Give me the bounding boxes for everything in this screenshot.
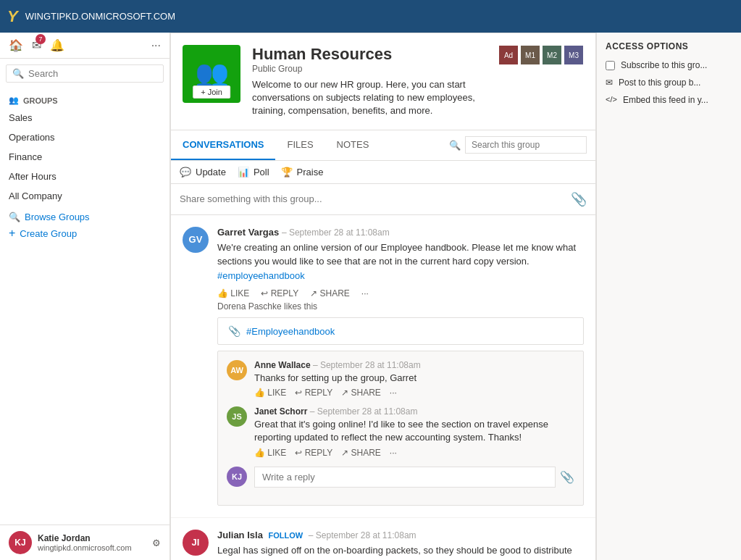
- post2-author: Julian Isla: [217, 530, 263, 540]
- reply-like[interactable]: 👍 LIKE: [254, 448, 286, 458]
- share-button[interactable]: ↗ SHARE: [310, 288, 350, 298]
- write-reply-row: KJ 📎: [227, 467, 574, 488]
- member-avatar-1: M1: [520, 45, 540, 65]
- access-title: ACCESS OPTIONS: [606, 41, 732, 51]
- reply-more[interactable]: ···: [390, 388, 397, 398]
- search-container: 🔍: [0, 59, 169, 88]
- reply-item: JS Janet Schorr – September 28 at 11:08a…: [227, 406, 574, 457]
- tab-notes[interactable]: NOTES: [325, 130, 381, 160]
- reply-body: Anne Wallace – September 28 at 11:08am T…: [254, 360, 574, 398]
- update-action[interactable]: 💬 Update: [180, 167, 226, 177]
- post2-text: Legal has signed off on the on-boarding …: [217, 543, 584, 560]
- share-input[interactable]: [180, 193, 571, 204]
- attach-icon[interactable]: 📎: [571, 191, 587, 207]
- post-header: Garret Vargas – September 28 at 11:08am: [217, 227, 584, 238]
- search-input[interactable]: [28, 68, 157, 79]
- write-reply-attach-icon[interactable]: 📎: [560, 470, 574, 484]
- reply-button[interactable]: ↩ REPLY: [261, 288, 298, 298]
- reply-header: Janet Schorr – September 28 at 11:08am: [254, 406, 574, 417]
- hashtag-label[interactable]: #Employeehandbook: [246, 326, 335, 337]
- praise-icon: 🏆: [281, 167, 293, 177]
- reply-reply[interactable]: ↩ REPLY: [295, 448, 332, 458]
- like-button[interactable]: 👍 LIKE: [217, 288, 249, 298]
- reply-header: Anne Wallace – September 28 at 11:08am: [254, 360, 574, 370]
- reply-time: – September 28 at 11:08am: [310, 406, 418, 417]
- sidebar-item-all-company[interactable]: All Company: [0, 186, 169, 206]
- group-info: Human Resources Public Group Welcome to …: [252, 45, 487, 118]
- reply-share[interactable]: ↗ SHARE: [341, 388, 381, 398]
- create-group-link[interactable]: + Create Group: [9, 227, 161, 240]
- mail-option-icon: ✉: [606, 78, 613, 88]
- embed-label: Embed this feed in y...: [623, 95, 708, 105]
- sidebar-user: KJ Katie Jordan wingtipkd.onmicrosoft.co…: [0, 525, 169, 560]
- sidebar-icon-row: 🏠 ✉ 7 🔔 ···: [0, 33, 169, 59]
- tab-search: 🔍: [440, 130, 595, 159]
- domain-label: WINGTIPKD.ONMICROSOFT.COM: [25, 11, 175, 22]
- post-time: – September 28 at 11:08am: [282, 227, 390, 238]
- sidebar-item-operations[interactable]: Operations: [0, 128, 169, 147]
- posts-area: GV Garret Vargas – September 28 at 11:08…: [170, 215, 596, 560]
- search-icon: 🔍: [12, 68, 24, 79]
- join-button[interactable]: + Join: [193, 85, 230, 99]
- topbar: Y WINGTIPKD.ONMICROSOFT.COM: [0, 0, 741, 33]
- member-avatar-2: M2: [542, 45, 562, 65]
- reply-avatar-write: KJ: [227, 467, 247, 487]
- group-name: Human Resources: [252, 45, 487, 64]
- post-item: GV Garret Vargas – September 28 at 11:08…: [171, 215, 595, 518]
- post-avatar-julian: JI: [183, 530, 209, 556]
- search-box: 🔍: [6, 64, 164, 83]
- poll-action[interactable]: 📊 Poll: [238, 167, 269, 177]
- post-avatar-garret: GV: [183, 227, 209, 253]
- access-subscribe: Subscribe to this gro...: [606, 60, 732, 70]
- sidebar-item-finance[interactable]: Finance: [0, 147, 169, 167]
- post2-header: Julian Isla FOLLOW – September 28 at 11:…: [217, 530, 584, 540]
- user-domain: wingtipkd.onmicrosoft.com: [38, 543, 146, 552]
- sidebar-item-sales[interactable]: Sales: [0, 108, 169, 128]
- post-item-julian: JI Julian Isla FOLLOW – September 28 at …: [171, 518, 595, 560]
- reply-item: AW Anne Wallace – September 28 at 11:08a…: [227, 360, 574, 398]
- follow-button[interactable]: FOLLOW: [269, 531, 303, 540]
- reply-body: Janet Schorr – September 28 at 11:08am G…: [254, 406, 574, 457]
- post-actions: 💬 Update 📊 Poll 🏆 Praise: [170, 161, 596, 184]
- subscribe-label: Subscribe to this gro...: [621, 60, 707, 70]
- home-icon[interactable]: 🏠: [9, 38, 23, 52]
- bell-icon[interactable]: 🔔: [50, 38, 64, 52]
- more-icon[interactable]: ···: [151, 39, 161, 52]
- settings-icon[interactable]: ⚙: [152, 538, 161, 548]
- update-icon: 💬: [180, 167, 191, 177]
- more-button[interactable]: ···: [361, 288, 369, 298]
- center-area: 👥 + Join Human Resources Public Group We…: [170, 33, 596, 560]
- groups-icon: 👥: [9, 96, 19, 105]
- post2-time: – September 28 at 11:08am: [309, 530, 416, 540]
- tab-conversations[interactable]: CONVERSATIONS: [171, 130, 275, 160]
- group-logo: 👥 + Join: [183, 45, 240, 103]
- reply-avatar-janet: JS: [227, 406, 247, 427]
- post-hashtag[interactable]: #employeehandbook: [217, 270, 305, 281]
- reply-like[interactable]: 👍 LIKE: [254, 388, 286, 398]
- sidebar-item-after-hours[interactable]: After Hours: [0, 167, 169, 186]
- post-author: Garret Vargas: [217, 227, 279, 238]
- access-embed: </> Embed this feed in y...: [606, 95, 732, 105]
- sidebar: 🏠 ✉ 7 🔔 ··· 🔍 👥 GROUPS Sales Operations …: [0, 33, 170, 560]
- tab-search-input[interactable]: [465, 136, 587, 154]
- member-avatar-3: M3: [564, 45, 584, 65]
- mail-badge: 7: [35, 34, 46, 44]
- post-body: Garret Vargas – September 28 at 11:08am …: [217, 227, 584, 506]
- tabs: CONVERSATIONS FILES NOTES 🔍: [170, 130, 596, 161]
- mail-icon[interactable]: ✉ 7: [32, 38, 41, 52]
- write-reply-input[interactable]: [254, 467, 556, 488]
- post2-body: Julian Isla FOLLOW – September 28 at 11:…: [217, 530, 584, 560]
- browse-groups-icon: 🔍: [9, 212, 20, 222]
- subscribe-checkbox[interactable]: [606, 61, 615, 70]
- reply-reply[interactable]: ↩ REPLY: [295, 388, 332, 398]
- praise-action[interactable]: 🏆 Praise: [281, 167, 324, 177]
- reply-more[interactable]: ···: [390, 448, 397, 458]
- group-description: Welcome to our new HR group. Here, you c…: [252, 78, 487, 118]
- access-panel: ACCESS OPTIONS Subscribe to this gro... …: [596, 33, 741, 560]
- avatar: KJ: [9, 531, 32, 554]
- reply-share[interactable]: ↗ SHARE: [341, 448, 381, 458]
- user-name: Katie Jordan: [38, 533, 146, 543]
- browse-groups-link[interactable]: 🔍 Browse Groups: [9, 212, 161, 222]
- tab-files[interactable]: FILES: [275, 130, 325, 160]
- post-reactions: 👍 LIKE ↩ REPLY ↗ SHARE ···: [217, 288, 584, 298]
